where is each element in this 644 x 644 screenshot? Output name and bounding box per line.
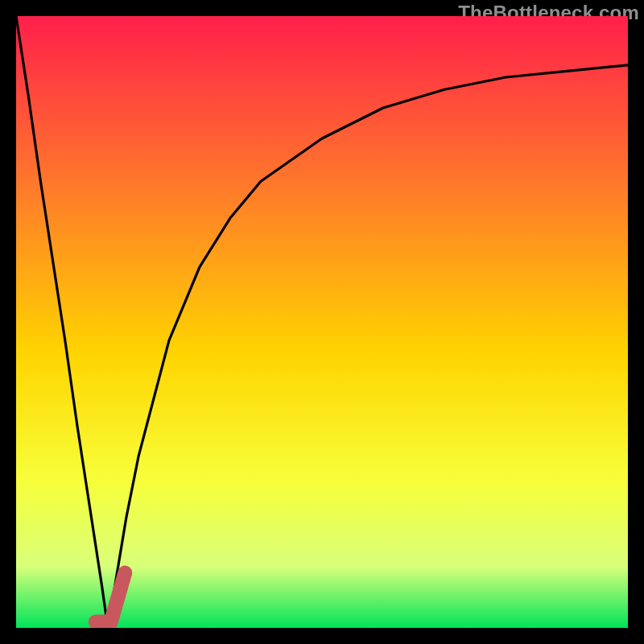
bottleneck-chart xyxy=(16,16,628,628)
gradient-background xyxy=(16,16,628,628)
plot-area xyxy=(16,16,628,628)
chart-frame: TheBottleneck.com xyxy=(0,0,644,644)
